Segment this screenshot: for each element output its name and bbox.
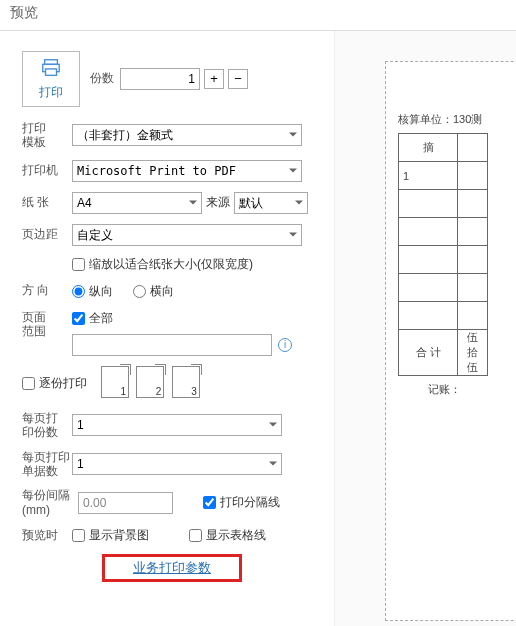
preview-table: 摘 1 合 计伍拾伍 — [398, 133, 488, 376]
table-row — [399, 190, 488, 218]
table-header: 摘 — [399, 134, 458, 162]
template-select[interactable]: （非套打）金额式 — [72, 124, 302, 146]
paper-label: 纸 张 — [22, 195, 72, 211]
collate-preview-icon: 3 — [172, 366, 200, 398]
per-page-singles-select[interactable]: 1 — [72, 453, 282, 475]
margin-select[interactable]: 自定义 — [72, 224, 302, 246]
printer-select[interactable]: Microsoft Print to PDF — [72, 160, 302, 182]
print-button-label: 打印 — [39, 84, 63, 101]
per-page-copies-select[interactable]: 1 — [72, 414, 282, 436]
total-value: 伍拾伍 — [458, 330, 488, 376]
copies-increase-button[interactable]: + — [204, 69, 224, 89]
table-row — [399, 218, 488, 246]
scale-fit-checkbox[interactable]: 缩放以适合纸张大小(仅限宽度) — [72, 256, 253, 273]
preview-footer: 记账： — [428, 382, 516, 397]
show-grid-checkbox[interactable]: 显示表格线 — [189, 527, 266, 544]
copies-label: 份数 — [90, 71, 120, 87]
collate-preview-icon: 2 — [136, 366, 164, 398]
table-total-row: 合 计伍拾伍 — [399, 330, 488, 376]
preview-page: 核算单位：130测 摘 1 合 计伍拾伍 记账： — [385, 61, 516, 621]
per-page-singles-label: 每页打印 单据数 — [22, 450, 72, 479]
copies-input[interactable] — [120, 68, 200, 90]
page-range-input[interactable] — [72, 334, 272, 356]
business-print-params-button[interactable]: 业务打印参数 — [102, 554, 242, 582]
paper-select[interactable]: A4 — [72, 192, 202, 214]
unit-value: 130测 — [453, 113, 482, 125]
table-row — [399, 302, 488, 330]
preview-area: 核算单位：130测 摘 1 合 计伍拾伍 记账： — [335, 31, 516, 626]
interval-label: 每份间隔 (mm) — [22, 488, 78, 517]
interval-input[interactable] — [78, 492, 173, 514]
page-range-label: 页面 范围 — [22, 310, 72, 339]
print-settings-panel: 打印 份数 + − 打印 模板 （非套打）金额式 打印机 Microsoft P… — [0, 31, 335, 626]
svg-rect-2 — [46, 69, 57, 75]
page-range-all-checkbox[interactable]: 全部 — [72, 310, 113, 327]
print-button[interactable]: 打印 — [22, 51, 80, 107]
total-label: 合 计 — [399, 330, 458, 376]
source-select[interactable]: 默认 — [234, 192, 308, 214]
print-divider-checkbox[interactable]: 打印分隔线 — [203, 494, 280, 511]
orientation-label: 方 向 — [22, 283, 72, 299]
orientation-landscape-radio[interactable]: 横向 — [133, 283, 174, 300]
window-title: 预览 — [0, 0, 516, 31]
template-label: 打印 模板 — [22, 121, 72, 150]
unit-label: 核算单位： — [398, 113, 453, 125]
margin-label: 页边距 — [22, 227, 72, 243]
printer-icon — [38, 57, 64, 82]
copies-decrease-button[interactable]: − — [228, 69, 248, 89]
table-row — [399, 274, 488, 302]
show-bg-checkbox[interactable]: 显示背景图 — [72, 527, 149, 544]
per-page-copies-label: 每页打 印份数 — [22, 411, 72, 440]
table-row — [399, 246, 488, 274]
orientation-portrait-radio[interactable]: 纵向 — [72, 283, 113, 300]
source-label: 来源 — [206, 194, 230, 211]
preview-time-label: 预览时 — [22, 528, 72, 544]
info-icon: i — [278, 338, 292, 352]
collate-preview-icon: 1 — [101, 366, 129, 398]
table-row: 1 — [399, 162, 488, 190]
printer-label: 打印机 — [22, 163, 72, 179]
collate-checkbox[interactable]: 逐份打印 — [22, 375, 87, 392]
